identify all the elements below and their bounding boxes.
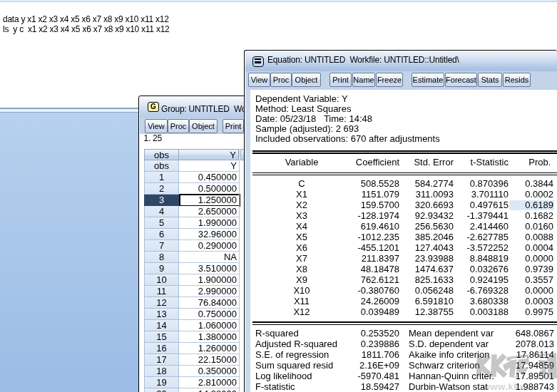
- svg-text:www.kkx...: www.kkx...: [482, 381, 533, 392]
